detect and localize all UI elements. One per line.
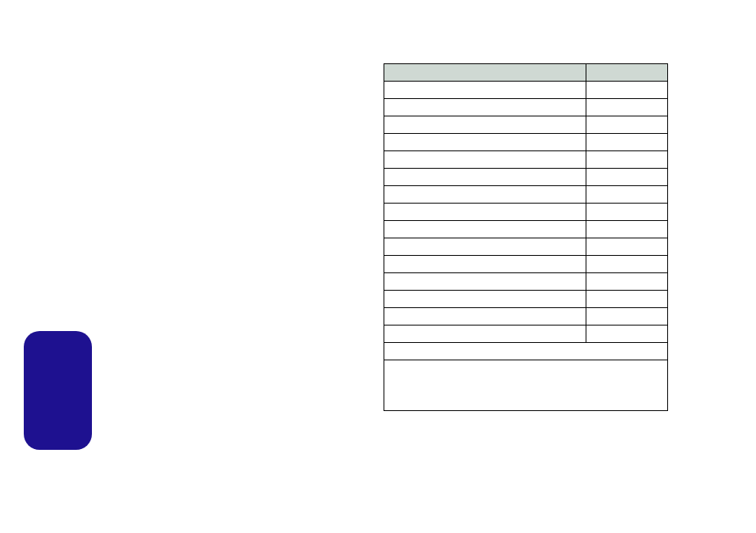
table-cell — [586, 273, 668, 291]
table-row — [384, 116, 668, 134]
table-row — [384, 134, 668, 151]
data-table — [384, 63, 668, 411]
table-cell — [586, 308, 668, 326]
table-header-row — [384, 64, 668, 82]
table-row — [384, 82, 668, 99]
table-row — [384, 186, 668, 204]
page — [0, 0, 756, 533]
table-cell — [586, 169, 668, 186]
table-footer-cell — [384, 360, 668, 411]
table-cell — [586, 291, 668, 308]
table-cell — [384, 169, 586, 186]
table-cell — [586, 151, 668, 169]
table-row — [384, 273, 668, 291]
table-header-col2 — [586, 64, 668, 82]
table-row — [384, 221, 668, 238]
table-cell — [384, 186, 586, 204]
table-cell — [384, 308, 586, 326]
table-cell — [384, 151, 586, 169]
table-cell — [384, 99, 586, 116]
table-row — [384, 326, 668, 343]
table-cell — [384, 291, 586, 308]
table-row — [384, 256, 668, 273]
table-cell — [384, 238, 586, 256]
table-cell — [384, 82, 586, 99]
table-cell — [586, 256, 668, 273]
table-cell — [384, 326, 586, 343]
table-cell — [586, 116, 668, 134]
table-row — [384, 99, 668, 116]
table-header-col1 — [384, 64, 586, 82]
table-cell — [384, 256, 586, 273]
table-cell — [586, 186, 668, 204]
table-footer-row — [384, 360, 668, 411]
table-cell — [384, 273, 586, 291]
table-row — [384, 204, 668, 221]
table-footer-row — [384, 343, 668, 360]
table-cell — [384, 204, 586, 221]
table-cell — [586, 134, 668, 151]
table-row — [384, 238, 668, 256]
table-cell — [384, 116, 586, 134]
table-footer-cell — [384, 343, 668, 360]
table-cell — [384, 221, 586, 238]
table-cell — [586, 82, 668, 99]
table-row — [384, 151, 668, 169]
table-row — [384, 291, 668, 308]
blue-rounded-block — [24, 331, 92, 450]
table-cell — [384, 134, 586, 151]
table-cell — [586, 204, 668, 221]
table-cell — [586, 99, 668, 116]
table-cell — [586, 221, 668, 238]
table-row — [384, 308, 668, 326]
table-cell — [586, 326, 668, 343]
table-cell — [586, 238, 668, 256]
table-row — [384, 169, 668, 186]
